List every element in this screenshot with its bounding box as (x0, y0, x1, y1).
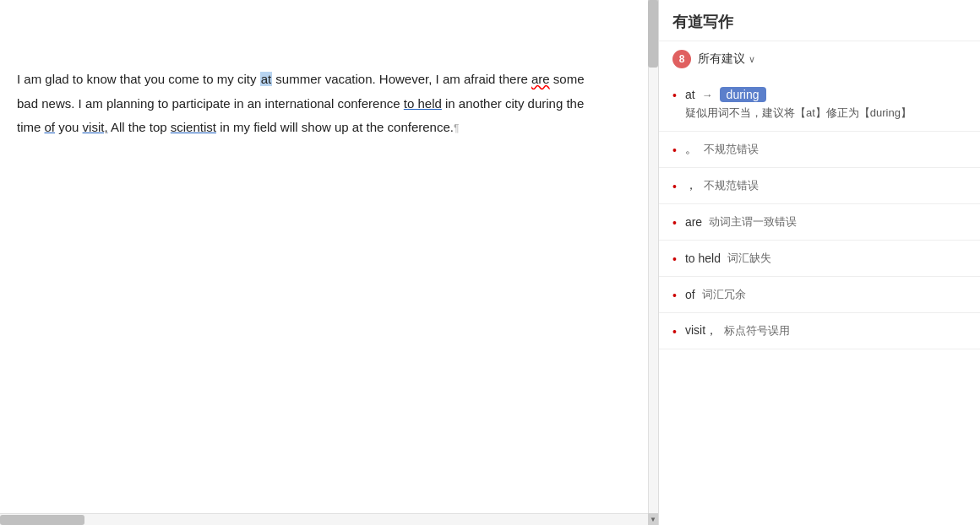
scrollbar-thumb-vertical[interactable] (648, 0, 658, 68)
word-scientist: scientist (171, 120, 216, 134)
suggestion-content-to-held: to held 词汇缺失 (685, 251, 966, 266)
vertical-scrollbar[interactable]: ▲ ▼ (648, 0, 658, 525)
bullet-icon: • (672, 325, 677, 338)
paragraph-mark: ¶ (454, 122, 459, 134)
word-of: of (45, 120, 56, 134)
word-are: are (531, 72, 550, 86)
suggestion-top-at: at → during (685, 87, 966, 102)
error-type-to-held: 词汇缺失 (727, 251, 771, 266)
text-final: in my field will show up at the conferen… (216, 120, 454, 134)
suggestion-top-visit: visit， 标点符号误用 (685, 323, 966, 338)
suggestions-badge: 8 (672, 50, 691, 68)
suggestion-item-period[interactable]: • 。 不规范错误 (659, 132, 980, 168)
suggestion-content-period: 。 不规范错误 (685, 142, 966, 157)
word-at: at (260, 72, 273, 86)
sidebar-header: 有道写作 (659, 0, 980, 41)
suggestion-item-visit[interactable]: • visit， 标点符号误用 (659, 313, 980, 349)
suggestion-item-comma[interactable]: • ， 不规范错误 (659, 168, 980, 204)
editor-content[interactable]: I am glad to know that you come to my ci… (0, 0, 658, 513)
word-are: are (685, 215, 702, 229)
bullet-icon: • (672, 143, 677, 157)
text-after-at: summer vacation. However, I am afraid th… (272, 72, 531, 86)
scrollbar-track (0, 514, 658, 525)
chevron-down-icon: ∨ (749, 54, 755, 65)
bottom-scrollbar[interactable] (0, 513, 658, 525)
suggestion-content-of: of 词汇冗余 (685, 287, 966, 302)
suggestion-item-at[interactable]: • at → during 疑似用词不当，建议将【at】修正为【during】 (659, 77, 980, 132)
text-end: All the top (108, 120, 171, 134)
suggestion-top-period: 。 不规范错误 (685, 142, 966, 157)
bullet-icon: • (672, 289, 677, 302)
editor-panel: I am glad to know that you come to my ci… (0, 0, 659, 525)
bullet-icon: • (672, 216, 677, 230)
word-visit: visit， (685, 323, 717, 338)
suggestion-top-to-held: to held 词汇缺失 (685, 251, 966, 266)
suggestion-item-are[interactable]: • are 动词主谓一致错误 (659, 204, 980, 241)
error-type-period: 不规范错误 (704, 142, 759, 157)
error-type-comma: 不规范错误 (704, 178, 759, 193)
word-to-held: to held (404, 96, 442, 111)
word-of: of (685, 288, 695, 301)
bullet-icon: • (672, 252, 677, 266)
error-type-are: 动词主谓一致错误 (709, 214, 797, 230)
error-type-visit: 标点符号误用 (724, 323, 790, 338)
suggestion-top-are: are 动词主谓一致错误 (685, 214, 966, 230)
suggestion-content-visit: visit， 标点符号误用 (685, 323, 966, 338)
word-from-at: at (685, 88, 695, 101)
arrow-icon: → (702, 89, 713, 101)
sidebar: 有道写作 8 所有建议 ∨ • at → during 疑似用词不当，建议将【a… (659, 0, 980, 525)
word-to-during: during (720, 87, 766, 102)
sidebar-title: 有道写作 (672, 14, 733, 30)
text-before-at: I am glad to know that you come to my ci… (17, 72, 260, 86)
suggestion-desc-at: 疑似用词不当，建议将【at】修正为【during】 (685, 106, 966, 121)
suggestion-top-comma: ， 不规范错误 (685, 178, 966, 193)
suggestion-item-of[interactable]: • of 词汇冗余 (659, 277, 980, 313)
word-comma: ， (685, 178, 697, 193)
suggestion-content-are: are 动词主谓一致错误 (685, 214, 966, 230)
suggestion-item-to-held[interactable]: • to held 词汇缺失 (659, 241, 980, 277)
error-type-of: 词汇冗余 (702, 287, 746, 302)
suggestion-content-at: at → during 疑似用词不当，建议将【at】修正为【during】 (685, 87, 966, 121)
suggestions-label: 所有建议 (698, 51, 745, 67)
suggestion-content-comma: ， 不规范错误 (685, 178, 966, 193)
scroll-down-button[interactable]: ▼ (648, 513, 658, 525)
editor-text: I am glad to know that you come to my ci… (17, 68, 608, 140)
suggestions-header[interactable]: 8 所有建议 ∨ (659, 41, 980, 77)
scrollbar-thumb-horizontal[interactable] (0, 515, 84, 525)
suggestion-top-of: of 词汇冗余 (685, 287, 966, 302)
editor-paragraph: I am glad to know that you come to my ci… (17, 68, 608, 140)
bullet-icon: • (672, 180, 677, 193)
bullet-icon: • (672, 89, 677, 102)
text-after-of: you (55, 120, 83, 134)
word-visit: visit, (83, 120, 108, 134)
word-to-held: to held (685, 252, 721, 265)
word-period: 。 (685, 142, 697, 157)
